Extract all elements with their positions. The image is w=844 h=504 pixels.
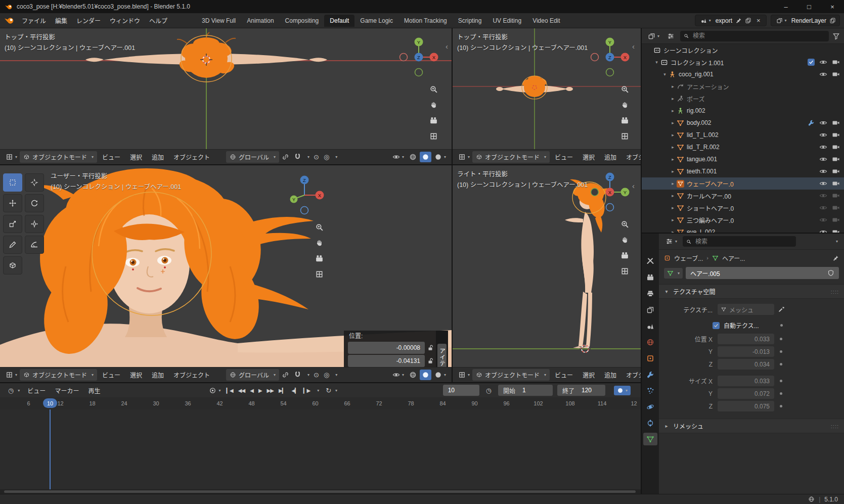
menubar-menu-item[interactable]: レンダー <box>72 14 105 27</box>
outliner-item-label[interactable]: ポーズ <box>687 95 704 103</box>
toggle-grid-icon[interactable] <box>315 270 324 279</box>
zoom-icon[interactable] <box>429 85 438 94</box>
frame-step-dropdown[interactable] <box>314 387 321 394</box>
outliner-editor-button[interactable] <box>646 31 661 41</box>
new-view-layer-icon[interactable] <box>829 17 836 24</box>
object-menu[interactable]: オブジェクト <box>169 151 214 163</box>
collection-checkbox[interactable] <box>808 59 815 66</box>
outliner-item-label[interactable]: アニメーション <box>687 82 729 91</box>
remesh-section[interactable]: ▸ リメッシュ :::: <box>659 419 844 433</box>
snap-dropdown[interactable] <box>304 154 311 160</box>
hide-eye-toggle[interactable] <box>819 216 827 224</box>
transform-orientation-dropdown[interactable]: グローバル <box>226 369 279 381</box>
disclosure-triangle[interactable]: ▸ <box>669 96 677 101</box>
navigation-axis-gizmo[interactable]: Y X Z <box>588 35 632 79</box>
outliner-row[interactable]: ▾ コレクション 1.001 <box>642 56 844 68</box>
menubar-menu-item[interactable]: ファイル <box>17 14 51 27</box>
close-button[interactable]: × <box>821 0 844 13</box>
tab-constraints[interactable] <box>643 417 657 429</box>
add-menu[interactable]: 追加 <box>600 151 621 163</box>
tool-add-cube[interactable] <box>3 256 22 274</box>
workspace-tab[interactable]: Animation <box>241 15 279 27</box>
select-menu[interactable]: 選択 <box>125 151 147 163</box>
animate-dot[interactable] <box>780 405 782 407</box>
loop-button[interactable]: ↻ <box>322 385 339 396</box>
shading-dropdown[interactable] <box>432 370 448 380</box>
timeline-ruler[interactable]: 6121824303642485460667278849096102108114… <box>0 397 641 410</box>
auto-texture-checkbox[interactable] <box>713 322 720 329</box>
tab-particles[interactable] <box>643 384 657 397</box>
timeline-menu-item[interactable]: 再生 <box>83 384 105 397</box>
select-menu[interactable]: 選択 <box>578 151 599 163</box>
location-x-field[interactable]: -0.00008 <box>348 342 425 354</box>
timeline-menu-item[interactable]: マーカー <box>50 384 83 397</box>
view-menu[interactable]: ビュー <box>550 151 578 163</box>
outliner-row[interactable]: ▾ coco_rig.001 <box>642 68 844 80</box>
hide-eye-toggle[interactable] <box>819 228 827 233</box>
property-value-field[interactable]: 0.075 <box>718 401 774 411</box>
property-value-field[interactable]: 0.034 <box>718 359 774 370</box>
tab-object-data[interactable] <box>643 433 657 445</box>
filter-icon[interactable] <box>832 32 840 40</box>
shading-dropdown[interactable] <box>432 152 448 162</box>
disclosure-triangle[interactable]: ▸ <box>669 108 677 113</box>
transform-orientation-dropdown[interactable]: グローバル <box>226 151 279 163</box>
hide-eye-toggle[interactable] <box>819 192 827 200</box>
pivot-point-dropdown[interactable]: ⊙ <box>312 153 321 161</box>
playback-button[interactable]: ◀◀ <box>236 386 247 395</box>
zoom-icon[interactable] <box>315 223 324 232</box>
outliner-row[interactable]: ▸ eye_L.002 <box>642 226 844 233</box>
outliner-display-mode-button[interactable] <box>665 31 677 41</box>
auto-keying-button[interactable] <box>207 385 223 396</box>
workspace-tab[interactable]: Default <box>324 15 354 27</box>
menubar-menu-item[interactable]: ウィンドウ <box>105 14 145 27</box>
disclosure-triangle[interactable]: ▸ <box>669 145 677 150</box>
shading-wireframe-button[interactable] <box>407 152 419 162</box>
view-layer-name[interactable]: RenderLayer <box>791 17 826 24</box>
navigation-axis-gizmo[interactable]: Y X Z <box>397 35 440 79</box>
current-frame-field[interactable]: 10 <box>443 385 479 396</box>
outliner-search-input[interactable] <box>692 32 825 40</box>
texture-mesh-field[interactable]: メッシュ <box>718 304 774 315</box>
viewport-3d-scene[interactable] <box>0 28 452 149</box>
view-menu[interactable]: ビュー <box>98 369 125 381</box>
hide-eye-toggle[interactable] <box>819 179 827 188</box>
editor-type-button[interactable] <box>456 370 472 380</box>
playback-button[interactable]: ▶ <box>256 386 264 395</box>
camera-visibility-toggle[interactable] <box>832 216 840 224</box>
disclosure-triangle[interactable]: ▸ <box>669 205 677 210</box>
pivot-point-dropdown[interactable]: ⊙ <box>312 371 321 379</box>
object-menu[interactable]: オブジェクト <box>621 369 641 381</box>
playback-button[interactable]: ▎◀ <box>224 386 235 395</box>
add-menu[interactable]: 追加 <box>147 151 168 163</box>
object-menu[interactable]: オブジェクト <box>621 151 641 163</box>
shading-wireframe-button[interactable] <box>407 370 419 380</box>
outliner-row[interactable]: ▸ ショートヘアー.0 <box>642 202 844 214</box>
outliner-row[interactable]: ▸ ポーズ <box>642 93 844 105</box>
outliner-item-label[interactable]: カールヘアー.00 <box>687 192 731 200</box>
region-collapse-arrow[interactable]: ‹ <box>632 182 635 190</box>
header-collapse-chevron[interactable] <box>832 238 839 245</box>
hide-eye-toggle[interactable] <box>819 131 827 139</box>
timeline-tracks[interactable] <box>0 409 641 494</box>
tab-modifiers[interactable] <box>643 368 657 381</box>
proportional-dropdown[interactable] <box>332 154 339 160</box>
toggle-grid-icon[interactable] <box>429 132 438 141</box>
tab-world[interactable] <box>643 336 657 348</box>
menubar-menu-item[interactable]: 編集 <box>51 14 72 27</box>
snap-target-icon[interactable] <box>280 370 291 380</box>
camera-visibility-toggle[interactable] <box>832 119 840 127</box>
lock-icon[interactable] <box>427 344 434 351</box>
properties-editor-button[interactable] <box>663 236 679 247</box>
outliner-item-label[interactable]: eye_L.002 <box>687 228 715 233</box>
disclosure-triangle[interactable]: ▸ <box>669 193 677 198</box>
camera-visibility-toggle[interactable] <box>832 228 840 233</box>
outliner-row[interactable]: ▸ body.002 <box>642 117 844 129</box>
tab-scene[interactable] <box>643 319 657 332</box>
camera-view-icon[interactable] <box>429 116 438 125</box>
snap-magnet-toggle[interactable] <box>292 152 303 162</box>
pan-hand-icon[interactable] <box>620 101 629 109</box>
snap-magnet-toggle[interactable] <box>292 370 303 380</box>
overlays-dropdown[interactable] <box>390 152 406 162</box>
hide-eye-toggle[interactable] <box>819 58 827 66</box>
